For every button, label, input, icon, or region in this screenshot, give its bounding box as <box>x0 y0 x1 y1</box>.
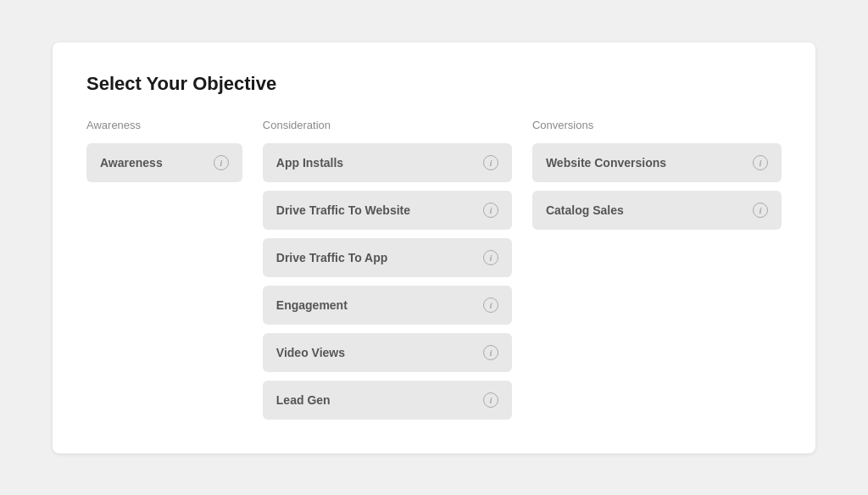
catalog-sales-button[interactable]: Catalog Sales i <box>532 191 782 230</box>
awareness-button-label: Awareness <box>100 156 163 170</box>
website-conversions-info-icon[interactable]: i <box>753 155 768 170</box>
engagement-button-label: Engagement <box>276 298 348 312</box>
lead-gen-info-icon[interactable]: i <box>483 392 498 408</box>
awareness-column: Awareness Awareness i <box>86 119 242 182</box>
drive-traffic-app-button-label: Drive Traffic To App <box>276 251 387 264</box>
video-views-info-icon[interactable]: i <box>483 345 498 360</box>
awareness-info-icon[interactable]: i <box>214 155 229 170</box>
video-views-button-label: Video Views <box>276 346 345 359</box>
conversions-column: Conversions Website Conversions i Catalo… <box>532 119 782 230</box>
drive-traffic-website-button-label: Drive Traffic To Website <box>276 203 410 217</box>
consideration-column-header: Consideration <box>263 119 512 131</box>
consideration-column: Consideration App Installs i Drive Traff… <box>263 119 512 420</box>
catalog-sales-info-icon[interactable]: i <box>753 203 768 218</box>
engagement-info-icon[interactable]: i <box>483 298 498 313</box>
conversions-column-header: Conversions <box>532 119 782 131</box>
catalog-sales-button-label: Catalog Sales <box>546 203 624 217</box>
engagement-button[interactable]: Engagement i <box>263 286 512 325</box>
drive-traffic-app-info-icon[interactable]: i <box>483 250 498 265</box>
website-conversions-button[interactable]: Website Conversions i <box>532 143 782 182</box>
select-objective-card: Select Your Objective Awareness Awarenes… <box>53 42 815 453</box>
page-title: Select Your Objective <box>86 73 782 95</box>
website-conversions-button-label: Website Conversions <box>546 156 666 170</box>
lead-gen-button[interactable]: Lead Gen i <box>263 381 512 420</box>
lead-gen-button-label: Lead Gen <box>276 393 331 407</box>
app-installs-button-label: App Installs <box>276 156 343 170</box>
app-installs-button[interactable]: App Installs i <box>263 143 512 182</box>
drive-traffic-website-button[interactable]: Drive Traffic To Website i <box>263 191 512 230</box>
drive-traffic-website-info-icon[interactable]: i <box>483 203 498 218</box>
video-views-button[interactable]: Video Views i <box>263 333 512 372</box>
columns-container: Awareness Awareness i Consideration App … <box>86 119 782 420</box>
app-installs-info-icon[interactable]: i <box>483 155 498 170</box>
drive-traffic-app-button[interactable]: Drive Traffic To App i <box>263 238 512 277</box>
awareness-column-header: Awareness <box>86 119 242 131</box>
awareness-button[interactable]: Awareness i <box>86 143 242 182</box>
